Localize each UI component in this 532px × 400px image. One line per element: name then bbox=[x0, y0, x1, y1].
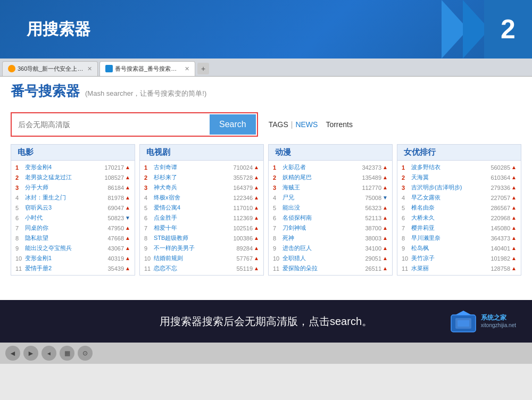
footer-text: 用搜索器搜索后会无期高清版，点击search。 bbox=[160, 314, 372, 329]
item-trend: ▲ bbox=[383, 235, 388, 241]
item-title: 吉沢明步(吉泽明步) bbox=[411, 184, 491, 191]
category-list-2: 1 火影忍者 342373 ▲ 2 妖精的尾巴 135489 ▲ 3 海贼王 1… bbox=[269, 161, 392, 275]
item-title: 水菜丽 bbox=[411, 264, 491, 272]
list-item[interactable]: 11 水菜丽 128758 ▲ bbox=[397, 263, 521, 273]
list-item[interactable]: 11 爱情手册2 35439 ▲ bbox=[11, 263, 135, 273]
list-item[interactable]: 3 吉沢明步(吉泽明步) 279336 ▲ bbox=[397, 182, 521, 193]
item-trend: ▲ bbox=[511, 235, 517, 241]
circle-button[interactable]: ⊙ bbox=[78, 346, 93, 361]
item-trend: ▲ bbox=[254, 185, 259, 190]
item-trend: ▲ bbox=[125, 225, 130, 231]
list-item[interactable]: 4 终极x宿舍 122346 ▲ bbox=[140, 193, 263, 203]
list-item[interactable]: 2 老男孩之猛龙过江 108527 ▲ bbox=[11, 172, 135, 182]
prev-button[interactable]: ◄ bbox=[5, 346, 20, 361]
back-button[interactable]: ◄ bbox=[41, 346, 56, 361]
list-item[interactable]: 5 窃听风云3 69047 ▲ bbox=[11, 203, 135, 213]
item-rank: 3 bbox=[273, 185, 280, 191]
list-item[interactable]: 6 大桥未久 220968 ▲ bbox=[397, 213, 521, 223]
item-rank: 9 bbox=[402, 245, 409, 252]
search-button[interactable]: Search bbox=[210, 114, 256, 135]
item-rank: 10 bbox=[402, 255, 409, 262]
list-item[interactable]: 3 分手大师 86184 ▲ bbox=[11, 182, 135, 193]
list-item[interactable]: 4 冰封：重生之门 81978 ▲ bbox=[11, 193, 135, 203]
list-item[interactable]: 10 变形金刚1 40319 ▲ bbox=[11, 253, 135, 263]
list-item[interactable]: 7 同桌的你 47950 ▲ bbox=[11, 223, 135, 233]
tab-360-close[interactable]: ✕ bbox=[87, 65, 92, 72]
list-item[interactable]: 2 妖精的尾巴 135489 ▲ bbox=[269, 172, 392, 182]
list-item[interactable]: 9 进击的巨人 34100 ▲ bbox=[269, 243, 392, 253]
list-item[interactable]: 5 椎名由奈 286567 ▲ bbox=[397, 203, 521, 213]
item-title: 刀剑神域 bbox=[282, 224, 365, 232]
item-title: 变形金刚1 bbox=[25, 254, 108, 262]
tab-search-close[interactable]: ✕ bbox=[185, 65, 189, 72]
list-item[interactable]: 7 相爱十年 102516 ▲ bbox=[140, 223, 263, 233]
item-count: 81978 bbox=[108, 195, 124, 201]
item-title: 恋恋不忘 bbox=[154, 264, 237, 272]
item-rank: 6 bbox=[144, 215, 152, 221]
list-item[interactable]: 10 美竹凉子 101982 ▲ bbox=[397, 253, 521, 263]
nav-torrents[interactable]: Torrents bbox=[326, 114, 353, 135]
list-item[interactable]: 11 爱探险的朵拉 26511 ▲ bbox=[269, 263, 392, 273]
list-item[interactable]: 7 樱井莉亚 145080 ▲ bbox=[397, 223, 521, 233]
item-title: 全职猎人 bbox=[282, 254, 365, 262]
list-item[interactable]: 5 爱情公寓4 117010 ▲ bbox=[140, 203, 263, 213]
item-rank: 1 bbox=[273, 164, 280, 171]
list-item[interactable]: 6 名侦探柯南 52113 ▲ bbox=[269, 213, 392, 223]
list-item[interactable]: 10 结婚前规则 57767 ▲ bbox=[140, 253, 263, 263]
list-item[interactable]: 8 死神 38003 ▲ bbox=[269, 233, 392, 243]
list-item[interactable]: 9 能出没之夺宝熊兵 43067 ▲ bbox=[11, 243, 135, 253]
item-rank: 5 bbox=[144, 205, 152, 211]
list-item[interactable]: 8 STB超级教师 100386 ▲ bbox=[140, 233, 263, 243]
add-tab-button[interactable]: + bbox=[197, 63, 209, 74]
list-item[interactable]: 11 恋恋不忘 55119 ▲ bbox=[140, 263, 263, 273]
nav-tags[interactable]: TAGS bbox=[269, 114, 288, 135]
list-item[interactable]: 3 神犬奇兵 164379 ▲ bbox=[140, 182, 263, 193]
tab-360-icon bbox=[8, 65, 15, 72]
search-input[interactable] bbox=[13, 114, 210, 135]
list-item[interactable]: 1 波多野结衣 560285 ▲ bbox=[397, 162, 521, 172]
list-item[interactable]: 3 海贼王 112770 ▲ bbox=[269, 182, 392, 193]
item-count: 170217 bbox=[104, 164, 124, 171]
site-title: 番号搜索器 bbox=[11, 82, 80, 101]
list-item[interactable]: 5 能出没 56323 ▲ bbox=[269, 203, 392, 213]
list-item[interactable]: 8 早川濑里奈 364373 ▲ bbox=[397, 233, 521, 243]
item-title: 神犬奇兵 bbox=[154, 184, 233, 191]
item-rank: 7 bbox=[15, 225, 23, 231]
item-count: 47668 bbox=[108, 235, 124, 241]
list-item[interactable]: 1 火影忍者 342373 ▲ bbox=[269, 162, 392, 172]
list-item[interactable]: 1 变形金刚4 170217 ▲ bbox=[11, 162, 135, 172]
list-item[interactable]: 6 点金胜手 112369 ▲ bbox=[140, 213, 263, 223]
list-item[interactable]: 2 天海翼 610364 ▲ bbox=[397, 172, 521, 182]
list-item[interactable]: 9 松岛枫 140401 ▲ bbox=[397, 243, 521, 253]
item-title: 能出没 bbox=[282, 204, 365, 212]
list-item[interactable]: 7 刀剑神域 38700 ▲ bbox=[269, 223, 392, 233]
header: 用搜索器 2 bbox=[0, 0, 532, 59]
list-item[interactable]: 1 古剑奇谭 710024 ▲ bbox=[140, 162, 263, 172]
category-header-2: 动漫 bbox=[269, 145, 392, 161]
next-button[interactable]: ► bbox=[23, 346, 38, 361]
list-item[interactable]: 4 尸兄 75008 ▼ bbox=[269, 193, 392, 203]
item-title: 樱井莉亚 bbox=[411, 224, 491, 232]
list-item[interactable]: 2 杉杉来了 355728 ▲ bbox=[140, 172, 263, 182]
item-title: 名侦探柯南 bbox=[282, 214, 365, 222]
list-item[interactable]: 9 不一样的美男子 89284 ▲ bbox=[140, 243, 263, 253]
grid-button[interactable]: ▦ bbox=[60, 346, 74, 361]
list-item[interactable]: 8 隐私欲望 47668 ▲ bbox=[11, 233, 135, 243]
item-title: 冰封：重生之门 bbox=[25, 194, 108, 202]
item-count: 286567 bbox=[491, 205, 510, 211]
svg-rect-3 bbox=[458, 320, 469, 327]
list-item[interactable]: 4 早乙女露依 227057 ▲ bbox=[397, 193, 521, 203]
list-item[interactable]: 6 小时代 50823 ▼ bbox=[11, 213, 135, 223]
item-trend: ▼ bbox=[383, 195, 388, 201]
item-rank: 2 bbox=[273, 174, 280, 181]
category-box-3: 女优排行 1 波多野结衣 560285 ▲ 2 天海翼 610364 ▲ 3 吉… bbox=[397, 144, 521, 276]
list-item[interactable]: 10 全职猎人 29051 ▲ bbox=[269, 253, 392, 263]
item-rank: 4 bbox=[402, 195, 409, 201]
nav-news[interactable]: NEWS bbox=[295, 114, 318, 135]
tab-360[interactable]: 360导航_新一代安全上网导航 ✕ bbox=[2, 61, 98, 76]
item-rank: 4 bbox=[15, 195, 23, 201]
item-count: 220968 bbox=[491, 215, 510, 221]
item-trend: ▲ bbox=[254, 265, 259, 271]
item-rank: 5 bbox=[273, 205, 280, 211]
tab-search[interactable]: 番号搜索器_番号搜索网站 ✕ bbox=[99, 61, 195, 76]
